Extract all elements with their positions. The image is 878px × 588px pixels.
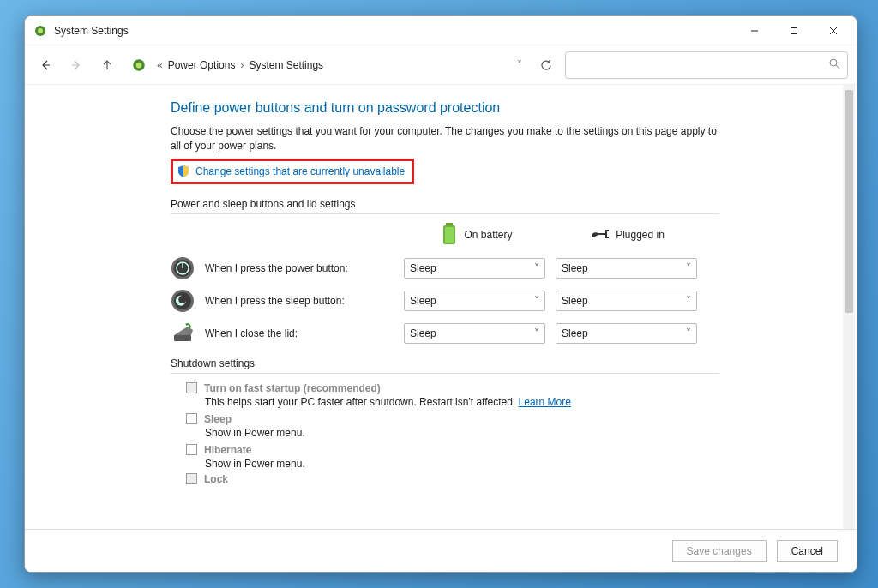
breadcrumb-power-options[interactable]: Power Options <box>168 59 236 71</box>
chevron-down-icon: ˅ <box>686 262 691 274</box>
hibernate-label: Hibernate <box>204 444 251 456</box>
search-input[interactable] <box>565 51 848 79</box>
power-icon <box>131 57 147 73</box>
lock-item: Lock <box>186 473 857 485</box>
shutdown-settings-list: Turn on fast startup (recommended) This … <box>171 382 857 485</box>
row-sleep-button-label: When I press the sleep button: <box>205 295 394 307</box>
breadcrumb-system-settings[interactable]: System Settings <box>249 59 323 71</box>
lid-icon <box>171 321 195 345</box>
select-value: Sleep <box>562 327 588 339</box>
save-button[interactable]: Save changes <box>672 540 767 562</box>
svg-rect-13 <box>446 223 453 225</box>
select-value: Sleep <box>410 295 436 307</box>
power-icon <box>33 24 47 38</box>
sleep-button-plugged-select[interactable]: Sleep ˅ <box>556 291 697 311</box>
svg-rect-3 <box>791 27 797 33</box>
svg-line-12 <box>836 65 839 69</box>
change-settings-link-text: Change settings that are currently unava… <box>195 165 405 177</box>
row-power-button: When I press the power button: Sleep ˅ S… <box>171 256 857 280</box>
toolbar: « Power Options › System Settings ˅ <box>25 45 857 85</box>
fast-startup-label: Turn on fast startup (recommended) <box>204 382 381 394</box>
close-lid-plugged-select[interactable]: Sleep ˅ <box>556 323 697 344</box>
page-subtitle: Choose the power settings that you want … <box>171 124 719 153</box>
lock-label: Lock <box>204 473 228 485</box>
content-area: Define power buttons and turn on passwor… <box>25 85 857 529</box>
forward-button[interactable] <box>64 53 88 77</box>
chevron-down-icon: ˅ <box>686 295 691 307</box>
svg-rect-15 <box>445 227 454 243</box>
column-plugged-label: Plugged in <box>616 229 665 241</box>
sleep-button-battery-select[interactable]: Sleep ˅ <box>404 291 545 311</box>
learn-more-link[interactable]: Learn More <box>519 396 571 408</box>
row-close-lid: When I close the lid: Sleep ˅ Sleep ˅ <box>171 321 857 345</box>
select-value: Sleep <box>562 262 588 274</box>
divider <box>171 213 719 214</box>
scrollbar-thumb[interactable] <box>845 90 853 313</box>
change-settings-link[interactable]: Change settings that are currently unava… <box>171 159 414 184</box>
column-battery-label: On battery <box>464 229 512 241</box>
scrollbar[interactable] <box>843 85 855 529</box>
row-power-button-label: When I press the power button: <box>205 262 394 274</box>
close-button[interactable] <box>814 17 853 45</box>
chevron-right-icon: › <box>240 59 244 71</box>
column-headers: On battery Plugged in <box>171 223 857 248</box>
hibernate-desc: Show in Power menu. <box>205 458 857 470</box>
svg-rect-22 <box>174 335 191 341</box>
battery-icon <box>442 223 457 248</box>
sleep-label: Sleep <box>204 413 232 425</box>
chevron-down-icon: ˅ <box>686 327 691 339</box>
row-sleep-button: When I press the sleep button: Sleep ˅ S… <box>171 289 857 313</box>
fast-startup-desc: This helps start your PC faster after sh… <box>205 396 857 408</box>
sleep-desc: Show in Power menu. <box>205 427 857 439</box>
hibernate-item: Hibernate Show in Power menu. <box>186 444 857 470</box>
shield-icon <box>177 165 190 178</box>
chevron-left-icon: « <box>157 59 163 71</box>
chevron-down-icon: ˅ <box>534 262 539 274</box>
close-lid-battery-select[interactable]: Sleep ˅ <box>404 323 545 344</box>
svg-point-11 <box>830 59 837 66</box>
row-close-lid-label: When I close the lid: <box>205 327 394 339</box>
lock-checkbox <box>186 473 197 484</box>
hibernate-checkbox <box>186 444 197 455</box>
search-icon <box>829 58 840 72</box>
fast-startup-checkbox <box>186 382 197 393</box>
window-title: System Settings <box>54 25 129 37</box>
power-button-icon <box>171 256 195 280</box>
breadcrumb[interactable]: « Power Options › System Settings ˅ <box>126 51 527 79</box>
fast-startup-item: Turn on fast startup (recommended) This … <box>186 382 857 408</box>
section-shutdown-label: Shutdown settings <box>171 357 857 369</box>
chevron-down-icon[interactable]: ˅ <box>517 59 522 71</box>
section-power-sleep-label: Power and sleep buttons and lid settings <box>171 198 857 210</box>
select-value: Sleep <box>410 327 436 339</box>
up-button[interactable] <box>95 53 119 77</box>
window: System Settings « <box>24 15 857 573</box>
sleep-button-icon <box>171 289 195 313</box>
maximize-button[interactable] <box>774 17 814 45</box>
refresh-button[interactable] <box>534 53 558 77</box>
select-value: Sleep <box>562 295 588 307</box>
plug-icon <box>590 228 609 243</box>
window-controls <box>735 17 853 45</box>
footer: Save changes Cancel <box>25 529 857 572</box>
power-button-battery-select[interactable]: Sleep ˅ <box>404 258 545 279</box>
sleep-item: Sleep Show in Power menu. <box>186 413 857 439</box>
chevron-down-icon: ˅ <box>534 295 539 307</box>
page-title: Define power buttons and turn on passwor… <box>171 100 857 116</box>
back-button[interactable] <box>33 53 57 77</box>
power-button-plugged-select[interactable]: Sleep ˅ <box>556 258 697 279</box>
minimize-button[interactable] <box>735 17 774 45</box>
column-battery: On battery <box>402 223 552 248</box>
column-plugged: Plugged in <box>552 228 702 243</box>
cancel-button[interactable]: Cancel <box>777 540 838 562</box>
titlebar: System Settings <box>25 16 857 45</box>
divider <box>171 373 719 374</box>
select-value: Sleep <box>410 262 436 274</box>
svg-point-10 <box>136 62 142 68</box>
chevron-down-icon: ˅ <box>534 327 539 339</box>
svg-point-1 <box>38 28 43 33</box>
sleep-checkbox <box>186 413 197 424</box>
